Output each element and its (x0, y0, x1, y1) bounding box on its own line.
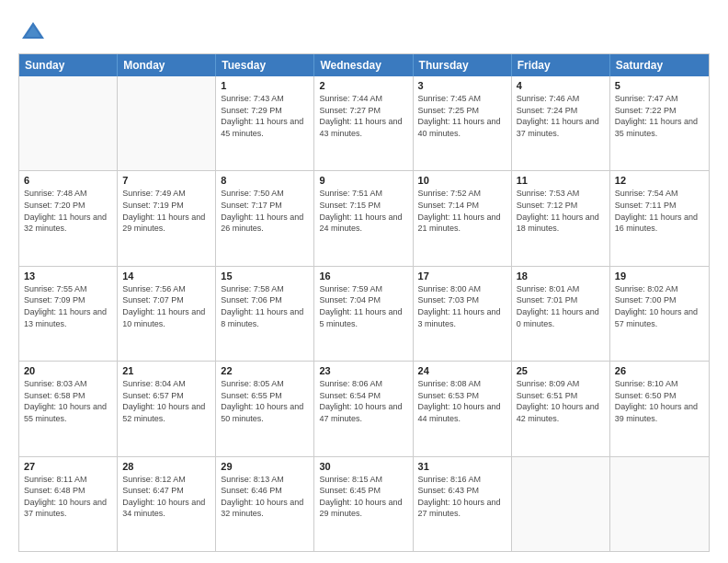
cell-info: Sunrise: 7:43 AM Sunset: 7:29 PM Dayligh… (221, 93, 309, 139)
cell-day-number: 11 (517, 175, 605, 186)
cell-day-number: 9 (319, 175, 407, 186)
cal-cell-23: 23Sunrise: 8:06 AM Sunset: 6:54 PM Dayli… (314, 362, 413, 455)
cell-info: Sunrise: 8:06 AM Sunset: 6:54 PM Dayligh… (319, 378, 407, 424)
cell-info: Sunrise: 7:45 AM Sunset: 7:25 PM Dayligh… (418, 93, 506, 139)
cal-cell-17: 17Sunrise: 8:00 AM Sunset: 7:03 PM Dayli… (414, 267, 512, 361)
cal-cell-empty (19, 76, 118, 170)
cal-cell-27: 27Sunrise: 8:11 AM Sunset: 6:48 PM Dayli… (19, 457, 118, 551)
cal-cell-2: 2Sunrise: 7:44 AM Sunset: 7:27 PM Daylig… (314, 76, 413, 170)
cal-cell-empty (610, 457, 709, 551)
cal-cell-1: 1Sunrise: 7:43 AM Sunset: 7:29 PM Daylig… (216, 76, 314, 170)
cell-info: Sunrise: 7:58 AM Sunset: 7:06 PM Dayligh… (221, 283, 309, 329)
cal-row-3: 13Sunrise: 7:55 AM Sunset: 7:09 PM Dayli… (19, 266, 709, 361)
cell-day-number: 29 (221, 461, 309, 472)
cell-info: Sunrise: 7:52 AM Sunset: 7:14 PM Dayligh… (418, 188, 506, 234)
cell-day-number: 23 (319, 365, 407, 376)
cell-day-number: 31 (418, 461, 506, 472)
cal-header-tuesday: Tuesday (216, 54, 314, 76)
cal-cell-16: 16Sunrise: 7:59 AM Sunset: 7:04 PM Dayli… (314, 267, 413, 361)
cell-info: Sunrise: 8:00 AM Sunset: 7:03 PM Dayligh… (418, 283, 506, 329)
cal-cell-empty (512, 457, 610, 551)
cell-day-number: 14 (122, 270, 210, 282)
cal-cell-6: 6Sunrise: 7:48 AM Sunset: 7:20 PM Daylig… (19, 171, 118, 265)
cell-info: Sunrise: 7:47 AM Sunset: 7:22 PM Dayligh… (615, 93, 704, 139)
cell-info: Sunrise: 8:12 AM Sunset: 6:47 PM Dayligh… (122, 474, 210, 520)
cal-cell-5: 5Sunrise: 7:47 AM Sunset: 7:22 PM Daylig… (610, 76, 709, 170)
cell-info: Sunrise: 8:03 AM Sunset: 6:58 PM Dayligh… (24, 378, 112, 424)
cell-day-number: 15 (221, 270, 309, 282)
cal-cell-28: 28Sunrise: 8:12 AM Sunset: 6:47 PM Dayli… (118, 457, 216, 551)
cell-info: Sunrise: 8:09 AM Sunset: 6:51 PM Dayligh… (517, 378, 605, 424)
cell-day-number: 7 (122, 175, 210, 186)
cell-info: Sunrise: 8:02 AM Sunset: 7:00 PM Dayligh… (615, 283, 704, 329)
cal-cell-12: 12Sunrise: 7:54 AM Sunset: 7:11 PM Dayli… (610, 171, 709, 265)
cal-row-2: 6Sunrise: 7:48 AM Sunset: 7:20 PM Daylig… (19, 170, 709, 265)
cell-day-number: 10 (418, 175, 506, 186)
cell-info: Sunrise: 8:15 AM Sunset: 6:45 PM Dayligh… (319, 474, 407, 520)
logo-text (18, 18, 46, 44)
cell-day-number: 22 (221, 365, 309, 376)
cal-row-1: 1Sunrise: 7:43 AM Sunset: 7:29 PM Daylig… (19, 76, 709, 170)
cal-row-5: 27Sunrise: 8:11 AM Sunset: 6:48 PM Dayli… (19, 456, 709, 551)
cell-info: Sunrise: 7:53 AM Sunset: 7:12 PM Dayligh… (517, 188, 605, 234)
cal-cell-8: 8Sunrise: 7:50 AM Sunset: 7:17 PM Daylig… (216, 171, 314, 265)
cell-day-number: 20 (24, 365, 112, 376)
cal-cell-4: 4Sunrise: 7:46 AM Sunset: 7:24 PM Daylig… (512, 76, 610, 170)
cal-header-monday: Monday (118, 54, 216, 76)
cell-info: Sunrise: 7:50 AM Sunset: 7:17 PM Dayligh… (221, 188, 309, 234)
cell-info: Sunrise: 8:04 AM Sunset: 6:57 PM Dayligh… (122, 378, 210, 424)
cell-day-number: 27 (24, 461, 112, 472)
cal-cell-3: 3Sunrise: 7:45 AM Sunset: 7:25 PM Daylig… (414, 76, 512, 170)
cal-cell-30: 30Sunrise: 8:15 AM Sunset: 6:45 PM Dayli… (314, 457, 413, 551)
cal-cell-24: 24Sunrise: 8:08 AM Sunset: 6:53 PM Dayli… (414, 362, 512, 455)
cell-info: Sunrise: 8:08 AM Sunset: 6:53 PM Dayligh… (418, 378, 506, 424)
header (18, 15, 710, 44)
cal-header-thursday: Thursday (414, 54, 512, 76)
cell-day-number: 13 (24, 270, 112, 282)
cal-cell-7: 7Sunrise: 7:49 AM Sunset: 7:19 PM Daylig… (118, 171, 216, 265)
cell-info: Sunrise: 8:11 AM Sunset: 6:48 PM Dayligh… (24, 474, 112, 520)
cell-day-number: 16 (319, 270, 407, 282)
cal-cell-11: 11Sunrise: 7:53 AM Sunset: 7:12 PM Dayli… (512, 171, 610, 265)
cell-info: Sunrise: 8:13 AM Sunset: 6:46 PM Dayligh… (221, 474, 309, 520)
cal-header-saturday: Saturday (610, 54, 709, 76)
cal-cell-31: 31Sunrise: 8:16 AM Sunset: 6:43 PM Dayli… (414, 457, 512, 551)
cal-cell-20: 20Sunrise: 8:03 AM Sunset: 6:58 PM Dayli… (19, 362, 118, 455)
cell-info: Sunrise: 7:59 AM Sunset: 7:04 PM Dayligh… (319, 283, 407, 329)
cell-day-number: 18 (517, 270, 605, 282)
cell-info: Sunrise: 7:56 AM Sunset: 7:07 PM Dayligh… (122, 283, 210, 329)
cal-header-sunday: Sunday (19, 54, 118, 76)
calendar: SundayMondayTuesdayWednesdayThursdayFrid… (18, 53, 710, 552)
logo-icon (20, 18, 46, 44)
cell-day-number: 21 (122, 365, 210, 376)
cell-info: Sunrise: 7:51 AM Sunset: 7:15 PM Dayligh… (319, 188, 407, 234)
cal-cell-empty (118, 76, 216, 170)
cal-row-4: 20Sunrise: 8:03 AM Sunset: 6:58 PM Dayli… (19, 361, 709, 455)
cell-info: Sunrise: 7:54 AM Sunset: 7:11 PM Dayligh… (615, 188, 704, 234)
cell-info: Sunrise: 8:05 AM Sunset: 6:55 PM Dayligh… (221, 378, 309, 424)
cal-cell-29: 29Sunrise: 8:13 AM Sunset: 6:46 PM Dayli… (216, 457, 314, 551)
cell-day-number: 25 (517, 365, 605, 376)
cell-day-number: 17 (418, 270, 506, 282)
cal-cell-22: 22Sunrise: 8:05 AM Sunset: 6:55 PM Dayli… (216, 362, 314, 455)
cell-info: Sunrise: 7:48 AM Sunset: 7:20 PM Dayligh… (24, 188, 112, 234)
cal-cell-25: 25Sunrise: 8:09 AM Sunset: 6:51 PM Dayli… (512, 362, 610, 455)
cell-day-number: 4 (517, 80, 605, 91)
cal-cell-15: 15Sunrise: 7:58 AM Sunset: 7:06 PM Dayli… (216, 267, 314, 361)
cal-cell-13: 13Sunrise: 7:55 AM Sunset: 7:09 PM Dayli… (19, 267, 118, 361)
cell-day-number: 26 (615, 365, 704, 376)
cell-info: Sunrise: 8:01 AM Sunset: 7:01 PM Dayligh… (517, 283, 605, 329)
cell-info: Sunrise: 8:10 AM Sunset: 6:50 PM Dayligh… (615, 378, 704, 424)
cal-cell-26: 26Sunrise: 8:10 AM Sunset: 6:50 PM Dayli… (610, 362, 709, 455)
cell-day-number: 24 (418, 365, 506, 376)
cell-day-number: 19 (615, 270, 704, 282)
calendar-header: SundayMondayTuesdayWednesdayThursdayFrid… (19, 54, 709, 76)
cell-day-number: 8 (221, 175, 309, 186)
cal-cell-19: 19Sunrise: 8:02 AM Sunset: 7:00 PM Dayli… (610, 267, 709, 361)
cell-info: Sunrise: 7:44 AM Sunset: 7:27 PM Dayligh… (319, 93, 407, 139)
cal-header-friday: Friday (512, 54, 610, 76)
cell-day-number: 6 (24, 175, 112, 186)
cell-day-number: 2 (319, 80, 407, 91)
cell-day-number: 28 (122, 461, 210, 472)
cell-day-number: 3 (418, 80, 506, 91)
